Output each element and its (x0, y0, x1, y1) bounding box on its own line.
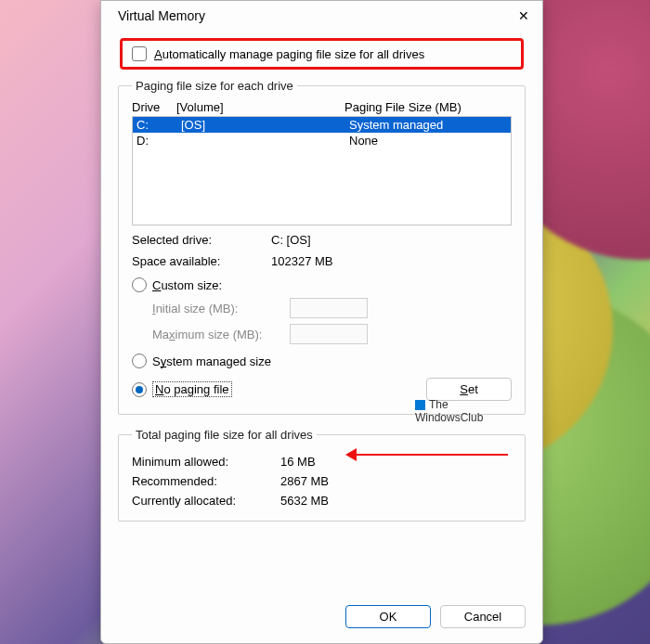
auto-manage-row[interactable]: Automatically manage paging file size fo… (120, 38, 524, 70)
no-paging-label: No paging file (152, 381, 232, 397)
maximum-size-input (290, 324, 368, 344)
totals-legend: Total paging file size for all drives (132, 428, 317, 442)
drive-list[interactable]: C:[OS]System managedD:None (132, 116, 512, 225)
selected-drive-label: Selected drive: (132, 233, 271, 247)
per-drive-group: Paging file size for each drive Drive [V… (118, 79, 526, 415)
header-drive: Drive (132, 100, 176, 114)
header-volume: [Volume] (176, 100, 344, 114)
maximum-size-label: Maximum size (MB): (152, 328, 282, 341)
min-value: 16 MB (280, 455, 316, 469)
drive-row[interactable]: C:[OS]System managed (133, 117, 511, 133)
no-paging-radio-row[interactable]: No paging file (132, 381, 232, 397)
custom-size-radio[interactable] (132, 277, 147, 292)
cancel-button[interactable]: Cancel (440, 605, 526, 628)
auto-manage-label: Automatically manage paging file size fo… (154, 47, 424, 61)
space-available-value: 102327 MB (271, 254, 333, 268)
ok-button[interactable]: OK (345, 605, 431, 628)
min-label: Minimum allowed: (132, 455, 280, 469)
watermark: The WindowsClub (415, 398, 483, 424)
rec-label: Recommended: (132, 474, 280, 488)
selected-drive-value: C: [OS] (271, 233, 311, 247)
virtual-memory-dialog: Virtual Memory ✕ Automatically manage pa… (100, 0, 543, 644)
no-paging-radio[interactable] (132, 382, 147, 397)
drive-row[interactable]: D:None (133, 133, 511, 148)
system-managed-label: System managed size (152, 354, 271, 368)
initial-size-input (290, 298, 368, 318)
header-pfs: Paging File Size (MB) (344, 100, 512, 114)
rec-value: 2867 MB (280, 474, 329, 488)
annotation-arrow-icon (350, 454, 508, 456)
windows-logo-icon (415, 400, 425, 410)
close-icon[interactable]: ✕ (516, 8, 531, 23)
titlebar: Virtual Memory ✕ (101, 1, 542, 29)
initial-size-label: Initial size (MB): (152, 302, 282, 316)
custom-size-label: Custom size: (152, 278, 222, 292)
totals-group: Total paging file size for all drives Mi… (118, 428, 526, 522)
drive-list-header: Drive [Volume] Paging File Size (MB) (132, 100, 512, 116)
auto-manage-checkbox[interactable] (132, 46, 147, 61)
cur-label: Currently allocated: (132, 494, 280, 508)
system-managed-radio-row[interactable]: System managed size (132, 354, 512, 368)
custom-size-radio-row[interactable]: Custom size: (132, 277, 512, 292)
cur-value: 5632 MB (280, 494, 329, 508)
dialog-title: Virtual Memory (118, 8, 205, 23)
system-managed-radio[interactable] (132, 354, 147, 368)
per-drive-legend: Paging file size for each drive (132, 79, 297, 93)
dialog-footer: OK Cancel (101, 594, 542, 643)
space-available-label: Space available: (132, 254, 271, 268)
